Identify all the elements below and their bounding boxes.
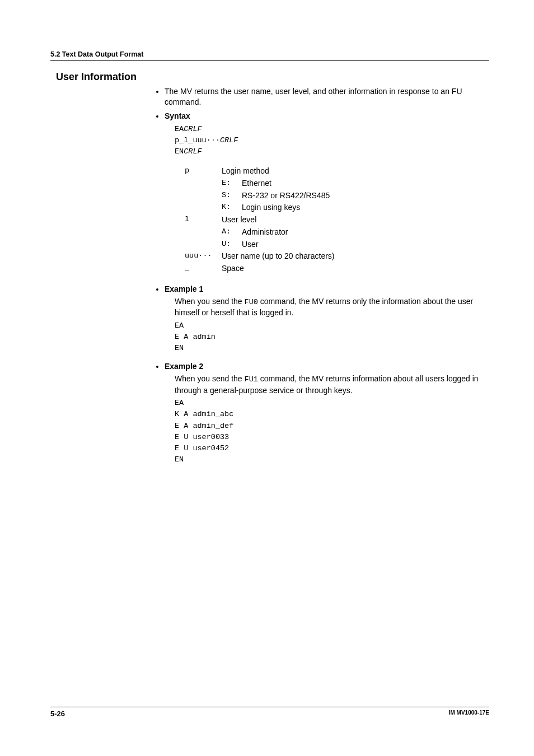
syntax-line-2: p_l_uuu···CRLF (175, 135, 489, 146)
syntax-item: Syntax EACRLF p_l_uuu···CRLF ENCRLF p Lo… (165, 111, 489, 275)
syntax-heading: Syntax (165, 111, 190, 120)
syntax-line-1: EACRLF (175, 124, 489, 135)
intro-bullet: The MV returns the user name, user level… (165, 86, 489, 108)
doc-id: IM MV1000-17E (449, 710, 489, 718)
ex1-line-2: EN (175, 343, 489, 354)
page-section-header: 5.2 Text Data Output Format (50, 50, 489, 61)
ex2-line-4: E U user0452 (175, 443, 489, 454)
param-l-a: A:Administrator (222, 226, 489, 239)
ex1-line-0: EA (175, 320, 489, 332)
page-footer: 5-26 IM MV1000-17E (50, 707, 489, 718)
param-space: _ Space (185, 263, 489, 275)
example1-heading: Example 1 (165, 284, 203, 293)
ex2-line-3: E U user0033 (175, 432, 489, 443)
example1-text: When you send the FU0 command, the MV re… (175, 296, 489, 319)
example2-item: Example 2 When you send the FU1 command,… (165, 361, 489, 466)
example1-item: Example 1 When you send the FU0 command,… (165, 284, 489, 354)
example2-heading: Example 2 (165, 362, 203, 371)
syntax-line-3: ENCRLF (175, 146, 489, 157)
ex2-line-1: K A admin_abc (175, 409, 489, 420)
ex2-line-2: E A admin_def (175, 421, 489, 432)
section-title: User Information (56, 71, 489, 83)
param-l: l User level (185, 214, 489, 226)
param-l-u: U:User (222, 239, 489, 251)
param-p-e: E:Ethernet (222, 178, 489, 190)
ex2-line-0: EA (175, 398, 489, 409)
ex1-line-1: E A admin (175, 332, 489, 343)
example2-text: When you send the FU1 command, the MV re… (175, 374, 489, 396)
param-p-s: S:RS-232 or RS422/RS485 (222, 190, 489, 202)
param-p-k: K:Login using keys (222, 202, 489, 214)
intro-list: The MV returns the user name, user level… (157, 86, 489, 466)
param-list: p Login method E:Ethernet S:RS-232 or RS… (185, 165, 489, 274)
param-uuu: uuu··· User name (up to 20 characters) (185, 250, 489, 263)
param-p: p Login method (185, 165, 489, 178)
ex2-line-5: EN (175, 454, 489, 465)
page-number: 5-26 (50, 710, 65, 718)
